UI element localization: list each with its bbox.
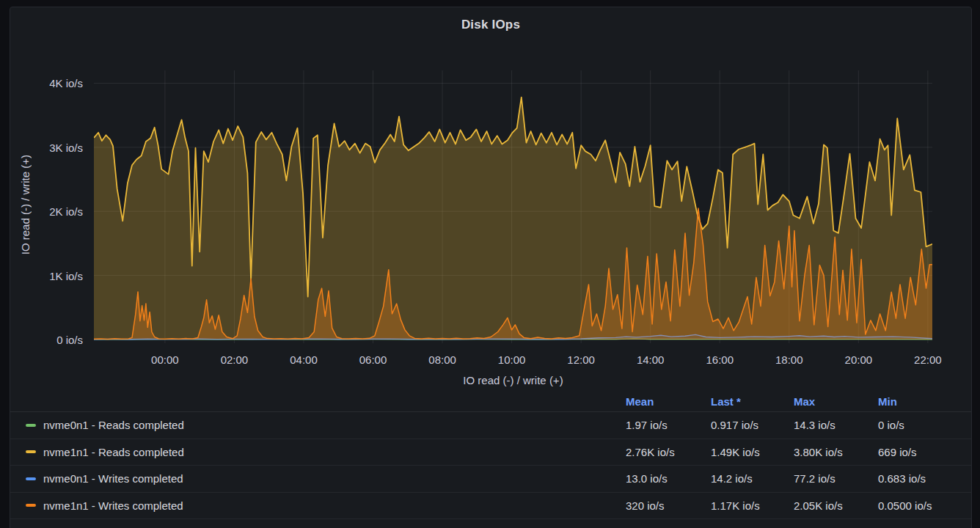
last-value: 14.2 io/s (711, 472, 794, 485)
x-tick-label: 00:00 (151, 353, 179, 366)
y-tick-label: 3K io/s (49, 141, 83, 153)
plot-area[interactable] (94, 70, 932, 343)
series-toggle-nvme1n1-reads[interactable]: nvme1n1 - Reads completed (26, 446, 626, 458)
max-value: 14.3 io/s (794, 419, 878, 431)
series-toggle-nvme0n1-writes[interactable]: nvme0n1 - Writes completed (26, 472, 626, 485)
mean-value: 13.0 io/s (626, 472, 711, 485)
legend-row: nvme1n1 - Reads completed 2.76K io/s 1.4… (10, 439, 971, 466)
series-label: nvme1n1 - Reads completed (43, 446, 184, 458)
legend-header-row: Mean Last * Max Min (10, 391, 971, 412)
series-label: nvme0n1 - Writes completed (43, 472, 183, 485)
y-tick-label: 4K io/s (49, 77, 83, 89)
min-value: 0.0500 io/s (878, 499, 964, 512)
last-value: 0.917 io/s (711, 419, 794, 431)
legend-column-mean[interactable]: Mean (626, 395, 711, 408)
x-tick-label: 04:00 (290, 353, 318, 366)
x-tick-label: 02:00 (221, 353, 249, 366)
mean-value: 1.97 io/s (626, 419, 711, 431)
series-color-swatch (26, 504, 36, 507)
y-tick-label: 1K io/s (49, 269, 83, 282)
legend-column-max[interactable]: Max (794, 395, 878, 408)
y-tick-label: 2K io/s (49, 205, 83, 218)
x-axis-title: IO read (-) / write (+) (94, 374, 932, 386)
x-axis-tick-labels: 00:0002:0004:0006:0008:0010:0012:0014:00… (94, 353, 932, 368)
y-axis-tick-labels: 0 io/s1K io/s2K io/s3K io/s4K io/s (10, 70, 87, 340)
mean-value: 2.76K io/s (626, 446, 711, 458)
x-tick-label: 12:00 (567, 353, 595, 366)
x-tick-label: 20:00 (845, 353, 873, 366)
mean-value: 320 io/s (626, 499, 711, 512)
panel-title[interactable]: Disk IOps (10, 18, 971, 32)
series-toggle-nvme0n1-reads[interactable]: nvme0n1 - Reads completed (26, 419, 626, 431)
grafana-panel: Disk IOps IO read (-) / write (+) 0 io/s… (10, 7, 972, 528)
series-toggle-nvme1n1-writes[interactable]: nvme1n1 - Writes completed (26, 499, 626, 512)
max-value: 77.2 io/s (794, 472, 878, 485)
legend-column-last[interactable]: Last * (711, 395, 794, 408)
last-value: 1.17K io/s (711, 499, 794, 512)
min-value: 0 io/s (878, 419, 964, 431)
x-tick-label: 18:00 (775, 353, 803, 366)
x-tick-label: 16:00 (706, 353, 734, 366)
series-color-swatch (26, 477, 36, 480)
y-tick-label: 0 io/s (56, 334, 83, 346)
series-label: nvme1n1 - Writes completed (43, 499, 183, 512)
last-value: 1.49K io/s (711, 446, 794, 458)
legend-row: nvme0n1 - Writes completed 13.0 io/s 14.… (10, 466, 971, 493)
max-value: 2.05K io/s (794, 499, 878, 512)
x-tick-label: 10:00 (498, 353, 526, 366)
series-color-swatch (26, 424, 36, 427)
max-value: 3.80K io/s (794, 446, 878, 458)
legend-row: nvme1n1 - Writes completed 320 io/s 1.17… (10, 493, 971, 520)
x-tick-label: 06:00 (359, 353, 387, 366)
min-value: 0.683 io/s (878, 472, 964, 485)
legend-column-min[interactable]: Min (878, 395, 964, 408)
plot-svg[interactable] (94, 70, 932, 343)
series-label: nvme0n1 - Reads completed (43, 419, 184, 431)
legend-row: nvme0n1 - Reads completed 1.97 io/s 0.91… (10, 412, 971, 439)
x-tick-label: 08:00 (428, 353, 456, 366)
legend-table: Mean Last * Max Min nvme0n1 - Reads comp… (10, 391, 971, 519)
series-color-swatch (26, 450, 36, 453)
x-tick-label: 14:00 (637, 353, 665, 366)
min-value: 669 io/s (878, 446, 964, 458)
x-tick-label: 22:00 (914, 353, 942, 366)
